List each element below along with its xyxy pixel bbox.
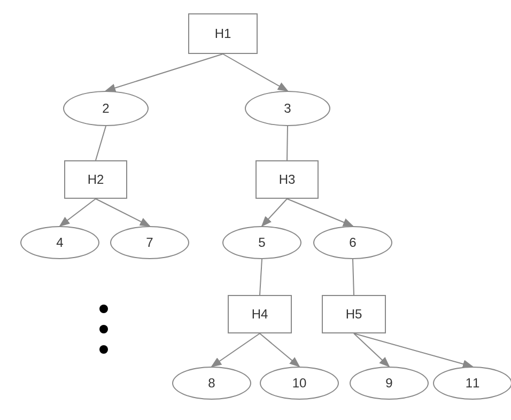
node-h4-label: H4 [252, 307, 268, 322]
ellipsis-dot [99, 305, 108, 313]
node-6: 6 [313, 226, 392, 259]
svg-line-11 [260, 333, 299, 367]
node-h3-label: H3 [279, 172, 296, 187]
svg-line-12 [354, 333, 389, 367]
svg-line-1 [223, 54, 288, 91]
svg-line-3 [287, 126, 288, 160]
node-4: 4 [20, 226, 99, 259]
svg-line-9 [353, 259, 354, 295]
node-9: 9 [350, 367, 429, 400]
node-5: 5 [222, 226, 301, 259]
node-3-label: 3 [284, 101, 291, 116]
node-2: 2 [63, 91, 149, 126]
node-h2-label: H2 [88, 172, 104, 187]
node-h5: H5 [322, 295, 386, 333]
node-9-label: 9 [385, 376, 392, 391]
node-8: 8 [172, 367, 251, 400]
node-h3: H3 [255, 160, 319, 199]
node-3: 3 [245, 91, 330, 126]
node-h4: H4 [228, 295, 292, 333]
svg-line-7 [287, 199, 353, 226]
node-10: 10 [260, 367, 339, 400]
node-8-label: 8 [208, 376, 215, 391]
diagram-canvas: H1 H2 H3 H4 H5 2 3 4 7 5 6 8 10 9 11 [0, 0, 511, 420]
node-7-label: 7 [146, 235, 153, 250]
svg-line-8 [260, 259, 262, 295]
node-4-label: 4 [56, 235, 63, 250]
svg-line-10 [212, 333, 260, 367]
node-5-label: 5 [258, 235, 265, 250]
svg-line-2 [96, 126, 106, 160]
node-h1: H1 [188, 13, 258, 54]
node-10-label: 10 [292, 376, 307, 391]
svg-line-4 [60, 199, 96, 226]
edges-layer [0, 0, 511, 420]
node-h2: H2 [64, 160, 127, 199]
node-h5-label: H5 [346, 307, 362, 322]
node-7: 7 [110, 226, 189, 259]
node-11: 11 [433, 367, 511, 400]
svg-line-6 [262, 199, 287, 226]
node-11-label: 11 [466, 376, 480, 391]
node-h1-label: H1 [215, 26, 231, 41]
svg-line-13 [354, 333, 473, 367]
svg-line-0 [106, 54, 223, 91]
node-2-label: 2 [102, 101, 109, 116]
svg-line-5 [96, 199, 150, 226]
ellipsis-dot [99, 345, 108, 354]
ellipsis-dot [99, 325, 108, 333]
node-6-label: 6 [349, 235, 356, 250]
